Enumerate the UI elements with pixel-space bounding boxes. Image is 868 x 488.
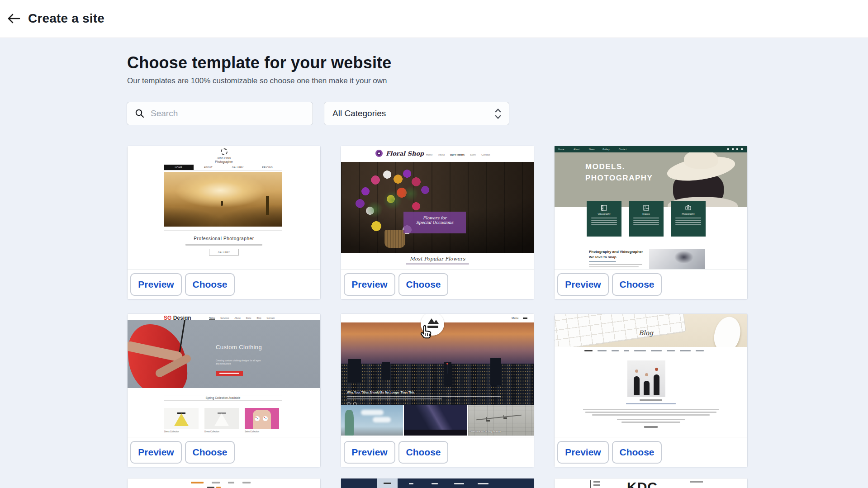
mini-link-line	[589, 261, 616, 262]
back-button[interactable]	[5, 11, 23, 27]
choose-button[interactable]: Choose	[398, 441, 448, 464]
ski-lift-photo: Welcome to Our Blog Feature	[468, 405, 534, 436]
image-icon	[643, 205, 649, 211]
select-chevrons-icon	[493, 107, 503, 123]
choose-button[interactable]: Choose	[612, 441, 662, 464]
search-input[interactable]	[151, 102, 309, 125]
bikini-cup	[263, 416, 268, 421]
mini-nav-item: Contact	[481, 153, 490, 156]
mini-nav-item: Contact	[619, 148, 626, 151]
person-head	[645, 373, 648, 376]
person-figure	[654, 374, 659, 395]
mini-nav-item: News	[589, 148, 595, 151]
page-title: Create a site	[28, 11, 104, 26]
social-icon	[736, 148, 738, 150]
product-photo-dress	[164, 408, 199, 429]
choose-button[interactable]: Choose	[185, 441, 235, 464]
mini-text-line	[347, 398, 442, 399]
choose-button[interactable]: Choose	[398, 273, 448, 296]
mini-nav-item	[478, 483, 489, 484]
category-select-value: All Categories	[332, 109, 386, 118]
mini-logo-role: Photographer	[128, 160, 320, 163]
feature-text-line	[591, 220, 617, 221]
mouse-cursor	[418, 325, 434, 343]
template-card-partial-2	[341, 479, 534, 488]
mini-body-heading: Photography and Videographer	[589, 250, 643, 254]
person-silhouette	[221, 201, 223, 206]
feature-text-line	[633, 220, 659, 221]
product-photo-swimwear	[245, 408, 279, 429]
template-thumbnail: Home About News Gallery Contact MODELS. …	[555, 146, 747, 269]
mini-nav-item	[409, 483, 413, 484]
mini-brand: Floral Shop	[386, 150, 424, 157]
salon-photo	[627, 360, 665, 397]
mini-subtext: Creating custom clothing designs for all…	[216, 359, 261, 362]
mini-nav-item	[624, 350, 629, 351]
template-card-travel-blog: Menu Why Your Titles Should Be No Longer…	[341, 314, 534, 467]
mini-nav-item	[680, 350, 691, 351]
product-caption: Dress Collection	[164, 431, 179, 433]
mini-nav-item	[612, 350, 619, 351]
choose-button[interactable]: Choose	[185, 273, 235, 296]
overlay-line: Special Occasions	[403, 220, 466, 225]
building	[348, 359, 361, 383]
mini-nav-item: Blog	[257, 317, 261, 320]
preview-button[interactable]: Preview	[130, 441, 182, 464]
mini-nav-item	[432, 483, 438, 484]
create-site-page: Create a site Choose template for your w…	[0, 0, 868, 488]
card-footer: Preview Choose	[128, 437, 320, 467]
sunset-field-photo	[164, 172, 282, 227]
template-thumbnail	[128, 479, 320, 488]
mini-nav-item	[696, 350, 704, 351]
overlay-line: Flowers for	[403, 216, 466, 220]
template-card-photographer: John Clark Photographer HOME ABOUT GALLE…	[128, 146, 320, 299]
template-card-partial-3: KDC	[555, 479, 747, 488]
mini-headline: PHOTOGRAPHY	[585, 174, 653, 183]
feature-text-line	[591, 218, 617, 218]
preview-button[interactable]: Preview	[557, 273, 609, 296]
template-thumbnail: John Clark Photographer HOME ABOUT GALLE…	[128, 146, 320, 269]
mini-text-line	[621, 422, 680, 423]
lift-cable	[476, 415, 522, 420]
mini-nav-item: About	[235, 317, 241, 320]
camera-icon	[685, 205, 691, 211]
preview-button[interactable]: Preview	[130, 273, 182, 296]
card-footer: Preview Choose	[341, 269, 534, 299]
mini-subtext: and silhouettes	[216, 362, 231, 365]
vase	[384, 230, 405, 248]
mini-cta-button	[216, 371, 243, 376]
product-caption: Dress Collection	[204, 431, 219, 433]
cloud	[361, 410, 384, 415]
template-thumbnail: KDC	[555, 479, 747, 488]
building	[382, 362, 390, 380]
category-select[interactable]: All Categories	[324, 102, 509, 125]
feature-text-line	[675, 224, 701, 225]
preview-button[interactable]: Preview	[557, 441, 609, 464]
blog-thumbnails: Welcome to Our Blog Feature	[341, 405, 534, 436]
choose-button[interactable]: Choose	[612, 273, 662, 296]
mini-text-line	[583, 409, 719, 410]
lift-chair	[486, 417, 490, 422]
feature-label: Photography	[671, 213, 706, 215]
statue	[345, 410, 354, 436]
mini-nav-item: Home	[426, 153, 433, 156]
feature-label: Images	[629, 213, 664, 215]
mini-text-line	[585, 412, 716, 413]
mini-navbar	[341, 479, 534, 488]
mini-section-subtitle	[406, 263, 469, 265]
product-caption: Swim Collection	[245, 431, 259, 433]
antenna-light	[446, 363, 448, 365]
feature-text-line	[675, 222, 701, 223]
mini-nav-item	[593, 484, 600, 486]
mini-nav-item: Home	[558, 148, 564, 151]
mini-brand: KDC	[627, 479, 658, 488]
red-dress-photo: Custom Clothing Creating custom clothing…	[128, 320, 320, 388]
shutter-logo-icon	[221, 148, 228, 155]
mini-logo-name: John Clark	[128, 156, 320, 160]
horizon	[404, 430, 467, 436]
mini-nav: Home About News Gallery Contact	[555, 146, 747, 152]
feature-text-line	[591, 222, 617, 223]
preview-button[interactable]: Preview	[344, 441, 395, 464]
preview-button[interactable]: Preview	[344, 273, 395, 296]
template-thumbnail: Blog	[555, 314, 747, 436]
